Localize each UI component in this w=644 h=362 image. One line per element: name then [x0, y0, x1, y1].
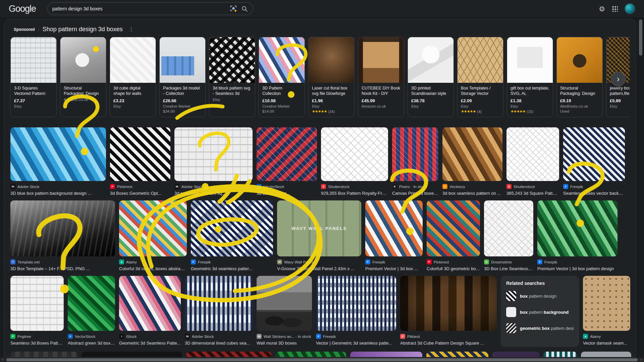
result-title[interactable]: Premium Vector | 3d box ...	[365, 266, 423, 271]
image-result[interactable]: D Dreamstime 3D Box Line Seamless P...	[484, 200, 533, 271]
shopping-card[interactable]: Box Templates / Storage Vector £2.09 Ets…	[457, 37, 503, 117]
result-title[interactable]: 3D blue box pattern background design ..…	[10, 191, 106, 196]
result-source[interactable]: P Pinterest	[110, 184, 170, 189]
result-source[interactable]: S Shutterstock	[506, 184, 559, 189]
image-result[interactable]: V Vecteezy 3d box seamless pattern on ..…	[442, 127, 502, 196]
product-title[interactable]: 3d block pattern svg - Seamless 3d	[213, 85, 252, 97]
image-result[interactable]: S Shutterstock 929,355 Box Pattern Royal…	[321, 127, 388, 196]
search-bar[interactable]	[47, 2, 253, 15]
image-result[interactable]: T Template.net 3D Box Template – 14+ F..…	[10, 200, 115, 271]
image-result[interactable]: i iStock Geometric 3d Seamless Patte...	[119, 276, 181, 346]
result-thumbnail[interactable]	[583, 276, 630, 331]
image-result[interactable]: P Pinterest 3d Boxes Geometric Opt...	[110, 127, 170, 196]
shopping-card[interactable]: Structural Packaging: Design £9.19 AbeBo…	[556, 37, 603, 117]
product-title[interactable]: CUTEBEE DIY Book Nook Kit - DIY	[362, 85, 400, 97]
result-source[interactable]: a Alamy	[583, 334, 630, 339]
result-source[interactable]: V Vecteezy	[442, 184, 502, 189]
image-result[interactable]: P Pikbest Abstract 3d Cube Pattern Desig…	[400, 276, 497, 346]
result-source[interactable]: F Freepik	[563, 184, 625, 189]
result-thumbnail[interactable]	[506, 127, 559, 181]
result-title[interactable]: Abstract 3d Cube Pattern Design Square .…	[400, 341, 497, 346]
image-result[interactable]: P Pinterest Colorfull 3D geometric bo...	[427, 200, 480, 271]
carousel-next-button[interactable]: ›	[611, 72, 626, 86]
result-title[interactable]: Geometric 3d Seamless Patte...	[119, 341, 181, 346]
product-image[interactable]	[458, 37, 503, 83]
image-result[interactable]: a Alamy Vector damask seam...	[583, 276, 630, 346]
result-title[interactable]: 3d Boxes Geometric Opt...	[110, 191, 170, 196]
image-result[interactable]: F Freepik Seamless boxes vector backgr..…	[563, 127, 625, 196]
product-title[interactable]: Structural Packaging: Design	[64, 85, 103, 97]
shopping-card[interactable]: Packages 3d model - Collection £26.66 Cr…	[159, 37, 206, 117]
result-thumbnail[interactable]	[185, 276, 253, 331]
result-title[interactable]: 3d box seamless pattern on ...	[442, 191, 502, 196]
result-title[interactable]: Vector | Geometric 3d seamless patte...	[316, 341, 396, 346]
image-result[interactable]: a Alamy Colorful 3d cubes, boxes abstrac…	[119, 200, 187, 271]
product-image[interactable]	[309, 37, 354, 83]
result-title[interactable]: Colorfull 3D geometric bo...	[427, 266, 480, 271]
partial-result-thumbnail[interactable]	[543, 352, 577, 357]
result-source[interactable]: D Dreamstime	[484, 259, 533, 264]
result-source[interactable]: St Adobe Stock	[185, 334, 253, 339]
product-image[interactable]	[11, 37, 56, 83]
product-title[interactable]: 3D Pattern Collection	[262, 85, 301, 97]
more-options-icon[interactable]: ⋮	[126, 26, 134, 33]
product-image[interactable]	[408, 37, 453, 83]
apps-grid-icon[interactable]	[612, 6, 618, 12]
result-source[interactable]: F Freepik	[316, 334, 396, 339]
scroll-left-arrow-icon[interactable]: ‹	[0, 357, 5, 362]
result-thumbnail[interactable]	[68, 276, 115, 331]
result-source[interactable]: T Template.net	[10, 259, 115, 264]
related-search-item[interactable]: geometric box pattern design	[506, 320, 574, 336]
image-result[interactable]: W Wall Stickers an... · In stock Wall mu…	[257, 276, 312, 346]
product-image[interactable]	[110, 37, 156, 83]
result-title[interactable]: V-Groove 3D Box Wall Panel 2.43m x ...	[277, 266, 361, 271]
product-image[interactable]	[557, 37, 602, 83]
vertical-scrollbar-thumb[interactable]	[639, 19, 642, 56]
shopping-card[interactable]: CUTEBEE DIY Book Nook Kit - DIY £45.99 A…	[358, 37, 404, 117]
search-icon[interactable]	[241, 5, 248, 12]
partial-result-thumbnail[interactable]	[186, 352, 272, 357]
result-thumbnail[interactable]	[427, 200, 480, 256]
result-title[interactable]: 3D dimensional lined cubes sea...	[185, 341, 253, 346]
shopping-card[interactable]: Structural Packaging: Design Amazon.co.u…	[60, 37, 106, 117]
result-title[interactable]: Geometric 3d seamless patter...	[191, 266, 273, 271]
related-search-item[interactable]: box pattern design	[506, 288, 574, 304]
result-thumbnail[interactable]	[442, 127, 502, 181]
product-title[interactable]: jewelry box pattern,file	[610, 85, 630, 97]
image-result[interactable]: V VectorStock 3d boxes geom...	[257, 127, 317, 196]
shopping-card[interactable]: 3D printed Scandinavian style £38.78 Ets…	[408, 37, 454, 117]
horizontal-scrollbar[interactable]: ‹ ›	[0, 357, 644, 362]
result-title[interactable]: 3D Box Template – 14+ F... PSD, PNG ...	[10, 266, 115, 271]
image-result[interactable]: F Freepik Geometric 3d seamless patter..…	[191, 200, 273, 271]
result-thumbnail[interactable]	[119, 200, 187, 256]
result-thumbnail[interactable]	[10, 127, 106, 181]
result-thumbnail[interactable]	[257, 276, 312, 331]
result-title[interactable]: Seamless 3d Boxes Patte...	[10, 341, 64, 346]
related-search-item[interactable]: box pattern background	[506, 304, 574, 320]
image-result[interactable]: St Adobe Stock 3d rendering. modern sq..…	[174, 127, 253, 196]
result-source[interactable]: St Adobe Stock	[10, 184, 106, 189]
result-source[interactable]: F Freepik	[537, 259, 618, 264]
product-title[interactable]: 3d cube digital shape for walls	[113, 85, 152, 97]
result-title[interactable]: Wall mural 3D boxes	[257, 341, 312, 346]
result-source[interactable]: W Wavy Wall Panels	[277, 259, 361, 264]
result-thumbnail[interactable]	[10, 276, 64, 331]
image-result[interactable]: F Freepik Vector | Geometric 3d seamless…	[316, 276, 396, 346]
scroll-right-arrow-icon[interactable]: ›	[639, 357, 644, 362]
result-source[interactable]: W Wall Stickers an... · In stock	[257, 334, 312, 339]
partial-result-thumbnail[interactable]	[492, 352, 539, 357]
result-thumbnail[interactable]	[191, 200, 273, 256]
shopping-card[interactable]: Laser cut floral box svg file Glowforge …	[308, 37, 355, 117]
shopping-card[interactable]: gift box cut template, SVG, Ai, £1.38 Et…	[507, 37, 553, 117]
partial-result-thumbnail[interactable]	[426, 352, 488, 357]
result-source[interactable]: P Pngtree	[10, 334, 64, 339]
product-image[interactable]	[259, 37, 305, 83]
result-source[interactable]: V VectorStock	[68, 334, 115, 339]
result-source[interactable]: i iStock	[119, 334, 181, 339]
result-thumbnail[interactable]	[10, 200, 115, 256]
result-title[interactable]: 3D Box Line Seamless P...	[484, 266, 533, 271]
partial-result-thumbnail[interactable]	[581, 352, 631, 357]
result-source[interactable]: P Pinterest	[427, 259, 480, 264]
product-image[interactable]	[60, 37, 106, 83]
google-logo[interactable]: Google	[9, 4, 36, 14]
